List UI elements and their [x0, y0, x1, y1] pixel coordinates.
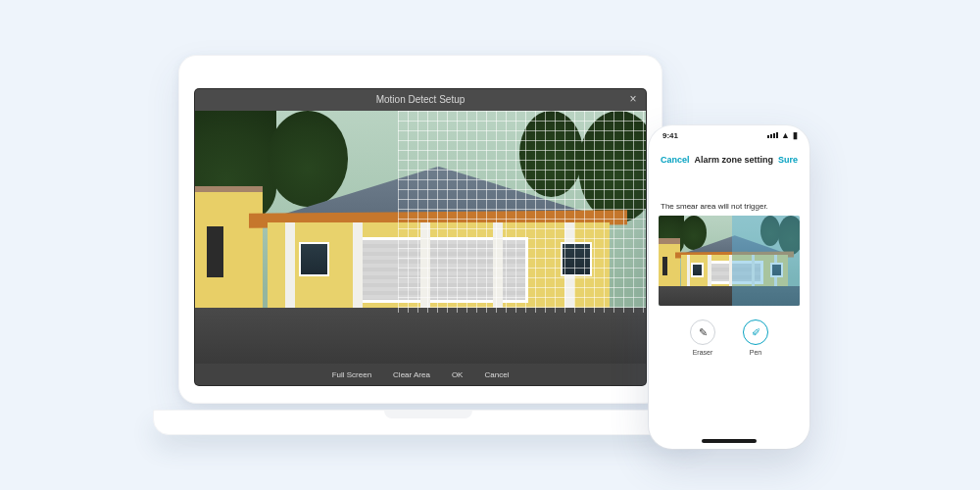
signal-icon: [767, 132, 778, 138]
phone-frame: 9:41 ▲ ▮ Cancel Alarm zone setting Sure …: [649, 125, 809, 449]
full-screen-button[interactable]: Full Screen: [332, 370, 371, 379]
laptop-frame: Motion Detect Setup ×: [178, 55, 662, 404]
hint-text: The smear area will not trigger.: [661, 202, 768, 211]
laptop-hinge-notch: [384, 411, 472, 418]
pen-label: Pen: [750, 349, 761, 356]
ok-button[interactable]: OK: [452, 370, 464, 379]
stage: Motion Detect Setup ×: [0, 0, 980, 490]
status-time: 9:41: [662, 131, 678, 140]
cancel-button[interactable]: Cancel: [484, 370, 509, 379]
pen-icon: ✐: [743, 319, 768, 345]
window-title: Motion Detect Setup: [376, 94, 466, 105]
page-title: Alarm zone setting: [694, 155, 773, 165]
window-footer: Full Screen Clear Area OK Cancel: [195, 364, 646, 385]
phone-camera-preview[interactable]: [659, 216, 800, 306]
pen-tool[interactable]: ✐ Pen: [743, 319, 768, 356]
battery-icon: ▮: [793, 130, 798, 140]
eraser-label: Eraser: [693, 349, 713, 356]
window-titlebar: Motion Detect Setup ×: [195, 89, 646, 111]
laptop-base: [153, 410, 704, 435]
camera-scene: [195, 111, 646, 364]
phone-notch: [694, 125, 764, 141]
eraser-tool[interactable]: ✎ Eraser: [690, 319, 715, 356]
sure-button[interactable]: Sure: [778, 155, 798, 165]
close-icon[interactable]: ×: [626, 93, 640, 107]
eraser-icon: ✎: [690, 319, 715, 345]
tool-row: ✎ Eraser ✐ Pen: [649, 319, 809, 356]
camera-preview[interactable]: [195, 111, 646, 364]
home-indicator: [702, 439, 757, 443]
clear-area-button[interactable]: Clear Area: [393, 370, 430, 379]
phone-nav-bar: Cancel Alarm zone setting Sure: [649, 147, 809, 172]
motion-detect-window: Motion Detect Setup ×: [195, 89, 646, 385]
wifi-icon: ▲: [781, 130, 790, 140]
cancel-button[interactable]: Cancel: [661, 155, 690, 165]
smear-mask-overlay: [732, 216, 800, 306]
